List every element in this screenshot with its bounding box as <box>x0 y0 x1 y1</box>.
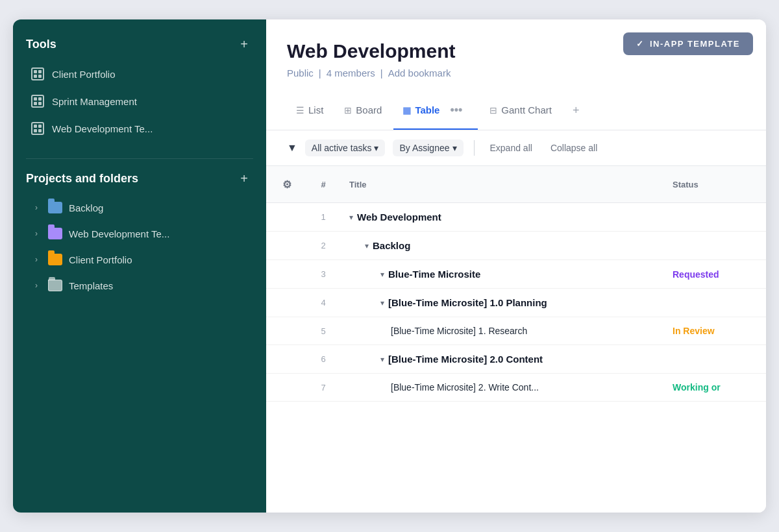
table-body: 1▾Web Development2▾Backlog3▾Blue-Time Mi… <box>266 203 766 402</box>
projects-title: Projects and folders <box>26 172 138 186</box>
row-number: 2 <box>308 232 339 260</box>
row-settings-cell <box>266 317 308 345</box>
main-header: Web Development Public | 4 members | Add… <box>266 19 766 91</box>
folder-label: Web Development Te... <box>69 228 169 239</box>
sidebar-item-templates[interactable]: › Templates <box>26 273 253 298</box>
tools-header: Tools + <box>26 35 253 53</box>
sidebar-item-web-dev-te[interactable]: Web Development Te... <box>26 115 253 141</box>
members-link[interactable]: 4 members <box>327 67 375 79</box>
row-status-cell: Requested <box>662 260 766 289</box>
chevron-right-icon: › <box>31 202 42 213</box>
tool-label: Web Development Te... <box>52 123 153 134</box>
row-settings-cell <box>266 203 308 232</box>
title-column-header: Title <box>339 166 662 203</box>
row-title-cell: ▾Web Development <box>339 203 662 232</box>
row-number: 4 <box>308 289 339 317</box>
row-status-cell <box>662 232 766 260</box>
sidebar-item-backlog[interactable]: › Backlog <box>26 195 253 220</box>
row-title-cell: ▾Blue-Time Microsite <box>339 260 662 289</box>
project-meta: Public | 4 members | Add bookmark <box>287 67 745 79</box>
main-content: Web Development Public | 4 members | Add… <box>266 19 766 513</box>
status-badge: In Review <box>673 326 715 336</box>
badge-checkmark: ✓ <box>636 39 645 49</box>
grid-icon <box>31 67 44 80</box>
row-title-text: Web Development <box>357 212 441 223</box>
row-title-cell: ▾[Blue-Time Microsite] 2.0 Content <box>339 345 662 374</box>
settings-icon[interactable]: ⚙ <box>277 174 297 195</box>
sidebar-item-web-dev-te-folder[interactable]: › Web Development Te... <box>26 221 253 246</box>
table-row[interactable]: 3▾Blue-Time MicrositeRequested <box>266 260 766 289</box>
table-row[interactable]: 2▾Backlog <box>266 232 766 260</box>
board-tab-icon: ⊞ <box>344 105 352 115</box>
status-column-header: Status <box>662 166 766 203</box>
row-number: 5 <box>308 317 339 345</box>
sidebar-item-client-portfolio-folder[interactable]: › Client Portfolio <box>26 247 253 272</box>
tasks-filter-dropdown[interactable]: All active tasks ▾ <box>305 139 386 156</box>
main-table: ⚙ # Title Status 1▾Web Development2▾Back… <box>266 166 766 402</box>
row-number: 1 <box>308 203 339 232</box>
sidebar-item-sprint-management[interactable]: Sprint Management <box>26 88 253 114</box>
row-status-cell <box>662 345 766 374</box>
collapse-icon[interactable]: ▾ <box>380 298 384 308</box>
table-tab-icon: ▦ <box>402 105 411 115</box>
folder-white-icon <box>48 280 62 291</box>
tab-more-icon[interactable]: ••• <box>443 98 469 122</box>
row-settings-cell <box>266 289 308 317</box>
tool-label: Sprint Management <box>52 96 137 107</box>
tab-board[interactable]: ⊞ Board <box>335 98 391 123</box>
template-badge: ✓ IN-APP TEMPLATE <box>623 32 753 55</box>
row-settings-cell <box>266 374 308 402</box>
row-title-text: [Blue-Time Microsite] 2.0 Content <box>388 354 543 365</box>
folder-yellow-icon <box>48 254 62 265</box>
sidebar-item-client-portfolio[interactable]: Client Portfolio <box>26 61 253 87</box>
tab-table[interactable]: ▦ Table ••• <box>393 91 478 130</box>
row-status-cell <box>662 289 766 317</box>
table-row[interactable]: 6▾[Blue-Time Microsite] 2.0 Content <box>266 345 766 374</box>
bookmark-link[interactable]: Add bookmark <box>388 67 451 79</box>
app-container: ✓ IN-APP TEMPLATE Tools + Client Portfol… <box>13 19 766 513</box>
tab-add-button[interactable]: + <box>566 99 586 123</box>
collapse-icon[interactable]: ▾ <box>365 241 369 250</box>
table-row[interactable]: 1▾Web Development <box>266 203 766 232</box>
groupby-dropdown[interactable]: By Assignee ▾ <box>393 139 463 156</box>
toolbar-divider <box>474 140 475 156</box>
row-status-cell <box>662 203 766 232</box>
chevron-right-icon: › <box>31 254 42 265</box>
table-row[interactable]: 7[Blue-Time Microsite] 2. Write Cont...W… <box>266 374 766 402</box>
status-badge: Working or <box>673 382 721 393</box>
tab-gantt[interactable]: ⊟ Gantt Chart <box>480 98 561 123</box>
collapse-icon[interactable]: ▾ <box>380 355 384 364</box>
grid-icon <box>31 95 44 108</box>
row-settings-cell <box>266 345 308 374</box>
projects-section: Projects and folders + › Backlog › Web D… <box>13 169 266 299</box>
public-link[interactable]: Public <box>287 67 314 79</box>
badge-label: IN-APP TEMPLATE <box>650 39 740 49</box>
folder-blue-icon <box>48 202 62 213</box>
row-number: 7 <box>308 374 339 402</box>
projects-add-button[interactable]: + <box>235 169 253 187</box>
tools-title: Tools <box>26 38 56 51</box>
row-number: 6 <box>308 345 339 374</box>
table-row[interactable]: 5[Blue-Time Microsite] 1. ResearchIn Rev… <box>266 317 766 345</box>
collapse-all-button[interactable]: Collapse all <box>545 140 602 156</box>
row-title-cell: [Blue-Time Microsite] 2. Write Cont... <box>339 374 662 402</box>
table-header-row: ⚙ # Title Status <box>266 166 766 203</box>
tasks-filter-label: All active tasks <box>312 143 372 153</box>
sidebar-divider <box>26 158 253 159</box>
row-title-text: [Blue-Time Microsite] 2. Write Cont... <box>391 382 539 393</box>
table-row[interactable]: 4▾[Blue-Time Microsite] 1.0 Planning <box>266 289 766 317</box>
projects-header: Projects and folders + <box>26 169 253 187</box>
folder-label: Backlog <box>69 202 103 213</box>
row-title-text: [Blue-Time Microsite] 1.0 Planning <box>388 297 547 308</box>
meta-separator: | <box>319 67 321 79</box>
tab-table-label: Table <box>415 104 439 115</box>
collapse-icon[interactable]: ▾ <box>349 213 353 222</box>
grid-icon <box>31 122 44 135</box>
row-status-cell: In Review <box>662 317 766 345</box>
tools-add-button[interactable]: + <box>235 35 253 53</box>
dropdown-chevron-icon: ▾ <box>452 143 457 153</box>
tab-list[interactable]: ☰ List <box>287 98 332 123</box>
folder-purple-icon <box>48 228 62 239</box>
expand-all-button[interactable]: Expand all <box>485 140 538 156</box>
collapse-icon[interactable]: ▾ <box>380 270 384 279</box>
